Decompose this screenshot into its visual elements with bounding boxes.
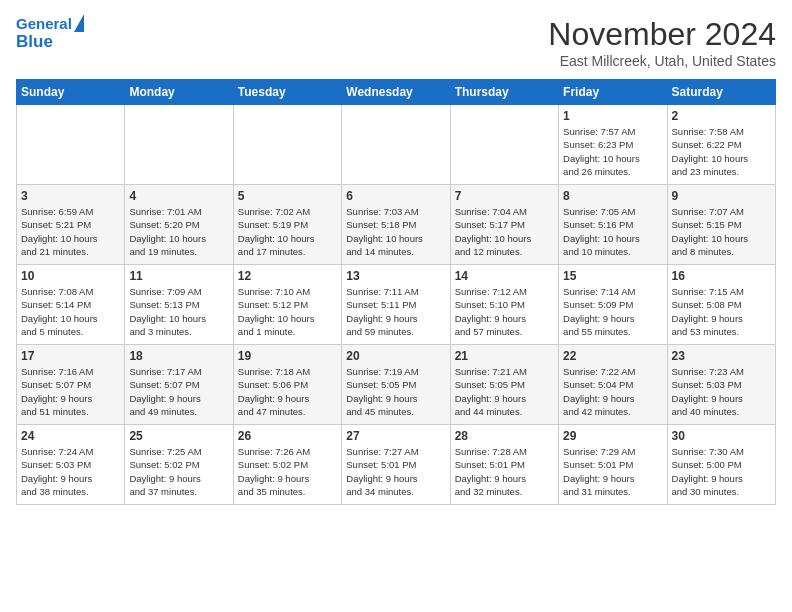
calendar-day-cell: 25Sunrise: 7:25 AM Sunset: 5:02 PM Dayli… <box>125 425 233 505</box>
logo-text-blue: Blue <box>16 33 84 52</box>
day-info: Sunrise: 7:18 AM Sunset: 5:06 PM Dayligh… <box>238 365 337 418</box>
day-number: 14 <box>455 269 554 283</box>
day-number: 17 <box>21 349 120 363</box>
day-info: Sunrise: 6:59 AM Sunset: 5:21 PM Dayligh… <box>21 205 120 258</box>
day-number: 11 <box>129 269 228 283</box>
day-info: Sunrise: 7:11 AM Sunset: 5:11 PM Dayligh… <box>346 285 445 338</box>
calendar-day-cell: 22Sunrise: 7:22 AM Sunset: 5:04 PM Dayli… <box>559 345 667 425</box>
calendar-day-cell: 14Sunrise: 7:12 AM Sunset: 5:10 PM Dayli… <box>450 265 558 345</box>
day-number: 21 <box>455 349 554 363</box>
day-of-week-header: Wednesday <box>342 80 450 105</box>
day-of-week-header: Monday <box>125 80 233 105</box>
day-number: 19 <box>238 349 337 363</box>
month-title: November 2024 <box>548 16 776 53</box>
day-number: 7 <box>455 189 554 203</box>
calendar-day-cell: 23Sunrise: 7:23 AM Sunset: 5:03 PM Dayli… <box>667 345 775 425</box>
calendar-day-cell: 28Sunrise: 7:28 AM Sunset: 5:01 PM Dayli… <box>450 425 558 505</box>
day-info: Sunrise: 7:03 AM Sunset: 5:18 PM Dayligh… <box>346 205 445 258</box>
calendar-day-cell <box>125 105 233 185</box>
day-info: Sunrise: 7:19 AM Sunset: 5:05 PM Dayligh… <box>346 365 445 418</box>
logo-triangle-icon <box>74 14 84 32</box>
day-info: Sunrise: 7:26 AM Sunset: 5:02 PM Dayligh… <box>238 445 337 498</box>
logo-text-general: General <box>16 16 72 33</box>
day-number: 25 <box>129 429 228 443</box>
day-number: 20 <box>346 349 445 363</box>
day-number: 18 <box>129 349 228 363</box>
day-of-week-header: Friday <box>559 80 667 105</box>
day-number: 8 <box>563 189 662 203</box>
calendar-day-cell: 5Sunrise: 7:02 AM Sunset: 5:19 PM Daylig… <box>233 185 341 265</box>
calendar-day-cell: 4Sunrise: 7:01 AM Sunset: 5:20 PM Daylig… <box>125 185 233 265</box>
calendar-day-cell: 16Sunrise: 7:15 AM Sunset: 5:08 PM Dayli… <box>667 265 775 345</box>
calendar-day-cell: 2Sunrise: 7:58 AM Sunset: 6:22 PM Daylig… <box>667 105 775 185</box>
day-info: Sunrise: 7:25 AM Sunset: 5:02 PM Dayligh… <box>129 445 228 498</box>
day-of-week-header: Tuesday <box>233 80 341 105</box>
calendar-day-cell: 27Sunrise: 7:27 AM Sunset: 5:01 PM Dayli… <box>342 425 450 505</box>
day-of-week-header: Sunday <box>17 80 125 105</box>
calendar-week-row: 3Sunrise: 6:59 AM Sunset: 5:21 PM Daylig… <box>17 185 776 265</box>
day-info: Sunrise: 7:12 AM Sunset: 5:10 PM Dayligh… <box>455 285 554 338</box>
day-number: 24 <box>21 429 120 443</box>
calendar-day-cell: 21Sunrise: 7:21 AM Sunset: 5:05 PM Dayli… <box>450 345 558 425</box>
day-info: Sunrise: 7:09 AM Sunset: 5:13 PM Dayligh… <box>129 285 228 338</box>
day-info: Sunrise: 7:24 AM Sunset: 5:03 PM Dayligh… <box>21 445 120 498</box>
calendar-day-cell: 11Sunrise: 7:09 AM Sunset: 5:13 PM Dayli… <box>125 265 233 345</box>
calendar-day-cell: 6Sunrise: 7:03 AM Sunset: 5:18 PM Daylig… <box>342 185 450 265</box>
calendar-day-cell: 12Sunrise: 7:10 AM Sunset: 5:12 PM Dayli… <box>233 265 341 345</box>
day-info: Sunrise: 7:17 AM Sunset: 5:07 PM Dayligh… <box>129 365 228 418</box>
day-number: 15 <box>563 269 662 283</box>
day-info: Sunrise: 7:08 AM Sunset: 5:14 PM Dayligh… <box>21 285 120 338</box>
day-number: 13 <box>346 269 445 283</box>
calendar-day-cell: 3Sunrise: 6:59 AM Sunset: 5:21 PM Daylig… <box>17 185 125 265</box>
logo: General Blue <box>16 16 84 51</box>
day-number: 9 <box>672 189 771 203</box>
calendar-day-cell: 29Sunrise: 7:29 AM Sunset: 5:01 PM Dayli… <box>559 425 667 505</box>
page-header: General Blue November 2024 East Millcree… <box>16 16 776 69</box>
day-info: Sunrise: 7:57 AM Sunset: 6:23 PM Dayligh… <box>563 125 662 178</box>
day-number: 2 <box>672 109 771 123</box>
day-number: 28 <box>455 429 554 443</box>
day-number: 12 <box>238 269 337 283</box>
calendar-day-cell: 15Sunrise: 7:14 AM Sunset: 5:09 PM Dayli… <box>559 265 667 345</box>
calendar-day-cell: 7Sunrise: 7:04 AM Sunset: 5:17 PM Daylig… <box>450 185 558 265</box>
title-block: November 2024 East Millcreek, Utah, Unit… <box>548 16 776 69</box>
day-info: Sunrise: 7:07 AM Sunset: 5:15 PM Dayligh… <box>672 205 771 258</box>
calendar-day-cell: 8Sunrise: 7:05 AM Sunset: 5:16 PM Daylig… <box>559 185 667 265</box>
calendar-week-row: 10Sunrise: 7:08 AM Sunset: 5:14 PM Dayli… <box>17 265 776 345</box>
day-info: Sunrise: 7:30 AM Sunset: 5:00 PM Dayligh… <box>672 445 771 498</box>
day-number: 23 <box>672 349 771 363</box>
day-info: Sunrise: 7:10 AM Sunset: 5:12 PM Dayligh… <box>238 285 337 338</box>
calendar-day-cell: 24Sunrise: 7:24 AM Sunset: 5:03 PM Dayli… <box>17 425 125 505</box>
day-number: 10 <box>21 269 120 283</box>
calendar-week-row: 17Sunrise: 7:16 AM Sunset: 5:07 PM Dayli… <box>17 345 776 425</box>
day-info: Sunrise: 7:01 AM Sunset: 5:20 PM Dayligh… <box>129 205 228 258</box>
day-number: 5 <box>238 189 337 203</box>
day-number: 30 <box>672 429 771 443</box>
day-info: Sunrise: 7:04 AM Sunset: 5:17 PM Dayligh… <box>455 205 554 258</box>
calendar-week-row: 1Sunrise: 7:57 AM Sunset: 6:23 PM Daylig… <box>17 105 776 185</box>
day-info: Sunrise: 7:16 AM Sunset: 5:07 PM Dayligh… <box>21 365 120 418</box>
day-info: Sunrise: 7:28 AM Sunset: 5:01 PM Dayligh… <box>455 445 554 498</box>
day-info: Sunrise: 7:14 AM Sunset: 5:09 PM Dayligh… <box>563 285 662 338</box>
day-number: 4 <box>129 189 228 203</box>
calendar-day-cell <box>17 105 125 185</box>
day-number: 6 <box>346 189 445 203</box>
day-of-week-header: Thursday <box>450 80 558 105</box>
day-info: Sunrise: 7:22 AM Sunset: 5:04 PM Dayligh… <box>563 365 662 418</box>
calendar-day-cell <box>450 105 558 185</box>
day-number: 29 <box>563 429 662 443</box>
calendar-day-cell: 1Sunrise: 7:57 AM Sunset: 6:23 PM Daylig… <box>559 105 667 185</box>
day-info: Sunrise: 7:27 AM Sunset: 5:01 PM Dayligh… <box>346 445 445 498</box>
day-info: Sunrise: 7:05 AM Sunset: 5:16 PM Dayligh… <box>563 205 662 258</box>
day-number: 27 <box>346 429 445 443</box>
calendar-day-cell: 10Sunrise: 7:08 AM Sunset: 5:14 PM Dayli… <box>17 265 125 345</box>
day-info: Sunrise: 7:58 AM Sunset: 6:22 PM Dayligh… <box>672 125 771 178</box>
day-of-week-header: Saturday <box>667 80 775 105</box>
calendar-day-cell <box>233 105 341 185</box>
day-number: 22 <box>563 349 662 363</box>
day-number: 3 <box>21 189 120 203</box>
calendar-day-cell <box>342 105 450 185</box>
calendar-day-cell: 9Sunrise: 7:07 AM Sunset: 5:15 PM Daylig… <box>667 185 775 265</box>
calendar-week-row: 24Sunrise: 7:24 AM Sunset: 5:03 PM Dayli… <box>17 425 776 505</box>
day-info: Sunrise: 7:02 AM Sunset: 5:19 PM Dayligh… <box>238 205 337 258</box>
